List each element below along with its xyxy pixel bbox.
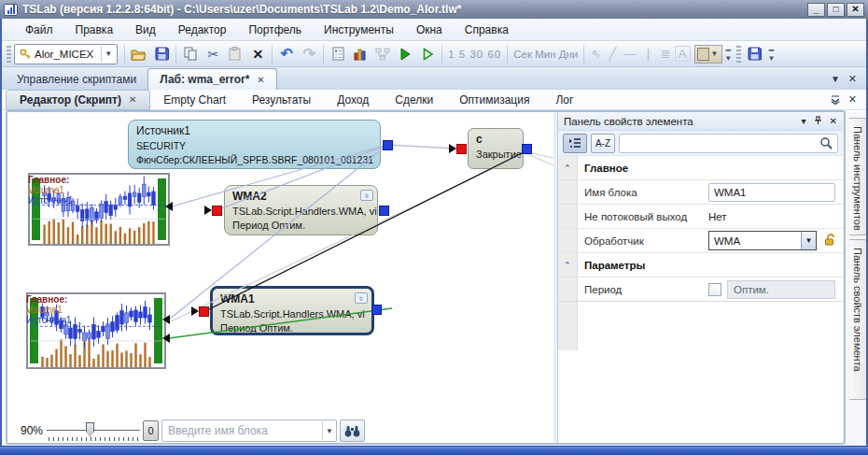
chart-thumbnail-top[interactable]: Главное: Volume1 Источник1 xyxy=(28,173,170,246)
side-tab-properties[interactable]: Панель свойств элемента xyxy=(849,239,867,400)
pane-close-icon[interactable]: ✕ xyxy=(848,93,857,106)
chart-button[interactable] xyxy=(349,43,371,65)
period-value-field: Оптим. xyxy=(727,280,835,299)
properties-search-box[interactable] xyxy=(619,134,838,153)
period-checkbox[interactable] xyxy=(708,283,721,296)
block-wma2[interactable]: WMA2 » TSLab.Script.Handlers.WMA, vi Пер… xyxy=(224,185,378,235)
menu-help[interactable]: Справка xyxy=(455,21,519,39)
levels-tool-icon[interactable]: ≣ xyxy=(657,47,675,61)
pointer-tool-icon[interactable]: ⇖ xyxy=(587,47,605,61)
categorized-view-button[interactable] xyxy=(563,134,587,153)
port-source-output[interactable] xyxy=(383,140,393,150)
open-button[interactable] xyxy=(128,43,150,65)
panel-menu-icon[interactable]: ▾ xyxy=(802,117,806,126)
zoom-reset-button[interactable]: 0 xyxy=(143,420,159,441)
paste-button[interactable] xyxy=(224,43,246,65)
undo-icon[interactable]: ↶ xyxy=(275,43,298,65)
panel-pin-icon[interactable] xyxy=(814,116,822,127)
view-tab-close-icon[interactable]: ✕ xyxy=(129,94,136,105)
group-main[interactable]: ⌃ Главное xyxy=(558,156,843,180)
maximize-button[interactable]: □ xyxy=(827,3,845,17)
tab-trades[interactable]: Сделки xyxy=(382,91,446,109)
block-wma1-selected[interactable]: WMA1 » TSLab.Script.Handlers.WMA, vi Пер… xyxy=(210,286,374,335)
cut-icon[interactable]: ✂ xyxy=(202,43,224,65)
close-button[interactable]: ✕ xyxy=(847,3,864,17)
row-non-stream-output[interactable]: Не потоковый выход Нет xyxy=(558,205,843,229)
vline-tool-icon[interactable]: ❘ xyxy=(639,47,657,61)
block-search-input[interactable] xyxy=(162,424,322,437)
menu-edit[interactable]: Правка xyxy=(65,21,124,39)
block-name-field[interactable] xyxy=(708,183,835,202)
tab-close-icon[interactable]: ✕ xyxy=(257,75,264,85)
chart-thumbnail-bottom[interactable]: Главное: Volume1 Источник1 xyxy=(26,292,166,369)
find-block-button[interactable] xyxy=(340,419,365,442)
pane-collapse-icon[interactable] xyxy=(831,95,840,105)
tab-lab-wma-error[interactable]: Лаб: wma_error* ✕ xyxy=(147,68,277,90)
tab-empty-chart[interactable]: Empty Chart xyxy=(150,91,239,109)
block-close[interactable]: c Закрытие xyxy=(468,128,524,169)
port-wma1-input[interactable] xyxy=(199,306,209,317)
menu-tools[interactable]: Инструменты xyxy=(314,21,404,39)
save-button[interactable] xyxy=(150,43,173,65)
panel-close-icon[interactable]: ✕ xyxy=(830,117,837,126)
redo-icon[interactable]: ↷ xyxy=(298,43,320,65)
minimize-button[interactable]: _ xyxy=(807,3,825,17)
tab-log[interactable]: Лог xyxy=(542,91,586,109)
dropdown-arrow-icon[interactable]: ▼ xyxy=(801,232,816,249)
handler-dropdown[interactable]: WMA ▼ xyxy=(708,231,817,250)
timeframe-units[interactable]: Сек Мин Дни xyxy=(511,49,581,60)
menu-portfolio[interactable]: Портфель xyxy=(238,21,312,39)
port-wma1-output[interactable] xyxy=(371,305,382,315)
tab-script-manager[interactable]: Управление скриптами xyxy=(6,69,147,90)
group-parameters[interactable]: ⌃ Параметры xyxy=(558,253,843,277)
block-search-combo[interactable]: ▼ xyxy=(161,419,337,442)
unlock-icon[interactable] xyxy=(823,233,837,249)
flow-diagram-button[interactable] xyxy=(371,43,394,65)
block-search-dropdown-icon[interactable]: ▼ xyxy=(322,421,336,440)
row-period[interactable]: Период Оптим. xyxy=(558,277,843,302)
block-collapse-icon[interactable]: » xyxy=(355,292,368,304)
copy-button[interactable] xyxy=(179,43,202,65)
menu-view[interactable]: Вид xyxy=(125,21,166,39)
account-selector[interactable]: Alor_MICEX ▼ xyxy=(14,44,118,64)
toolbar-overflow-icon[interactable]: ━▾ xyxy=(722,47,733,62)
save-layout-button[interactable] xyxy=(744,43,766,65)
delete-icon[interactable]: ✕ xyxy=(246,43,269,65)
port-wma2-output[interactable] xyxy=(379,206,389,216)
menu-windows[interactable]: Окна xyxy=(406,21,453,39)
menu-editor[interactable]: Редактор xyxy=(168,21,237,39)
alphabetical-view-button[interactable]: A-Z xyxy=(591,134,615,153)
zoom-slider[interactable] xyxy=(47,420,140,441)
port-close-input[interactable] xyxy=(456,144,467,154)
collapse-icon[interactable]: ⌃ xyxy=(564,164,571,173)
zoom-slider-thumb[interactable] xyxy=(86,422,94,437)
toolbar-overflow-icon-2[interactable]: ━▾ xyxy=(766,47,777,62)
script-properties-button[interactable] xyxy=(327,43,349,65)
line-tool-icon[interactable]: ╱ xyxy=(605,47,620,61)
properties-search-input[interactable] xyxy=(620,137,819,149)
tab-income[interactable]: Доход xyxy=(324,91,382,109)
port-wma2-input[interactable] xyxy=(212,206,222,216)
toolbar-grip-2[interactable] xyxy=(736,46,741,63)
row-block-name[interactable]: Имя блока xyxy=(558,180,843,205)
tabs-close-icon[interactable]: ✕ xyxy=(848,73,857,85)
tab-results[interactable]: Результаты xyxy=(239,91,324,109)
run-button[interactable] xyxy=(394,43,416,65)
account-dropdown-arrow[interactable]: ▼ xyxy=(101,46,115,63)
tab-editor-script[interactable]: Редактор (Скрипт) ✕ xyxy=(6,90,150,110)
collapse-icon[interactable]: ⌃ xyxy=(564,261,571,270)
port-close-output[interactable] xyxy=(522,144,532,154)
tab-optimization[interactable]: Оптимизация xyxy=(446,91,542,109)
block-source[interactable]: Источник1 SECURITY ФючСбер:СКЛЕЕНЫЙ_SPFB… xyxy=(128,120,381,169)
tabs-dropdown-icon[interactable]: ▼ xyxy=(831,74,840,84)
text-tool-icon[interactable]: A xyxy=(675,46,691,62)
block-collapse-icon[interactable]: » xyxy=(360,190,373,201)
color-picker[interactable]: ▼ xyxy=(694,45,723,64)
toolbar-grip[interactable] xyxy=(7,46,11,63)
timeframe-presets[interactable]: 1 5 30 60 xyxy=(445,49,504,60)
run-step-button[interactable] xyxy=(416,43,439,65)
hline-tool-icon[interactable]: — xyxy=(620,47,639,61)
side-tab-toolbox[interactable]: Панель инструментов xyxy=(849,118,867,235)
row-handler[interactable]: Обработчик WMA ▼ xyxy=(558,229,843,253)
menu-file[interactable]: Файл xyxy=(15,21,63,39)
